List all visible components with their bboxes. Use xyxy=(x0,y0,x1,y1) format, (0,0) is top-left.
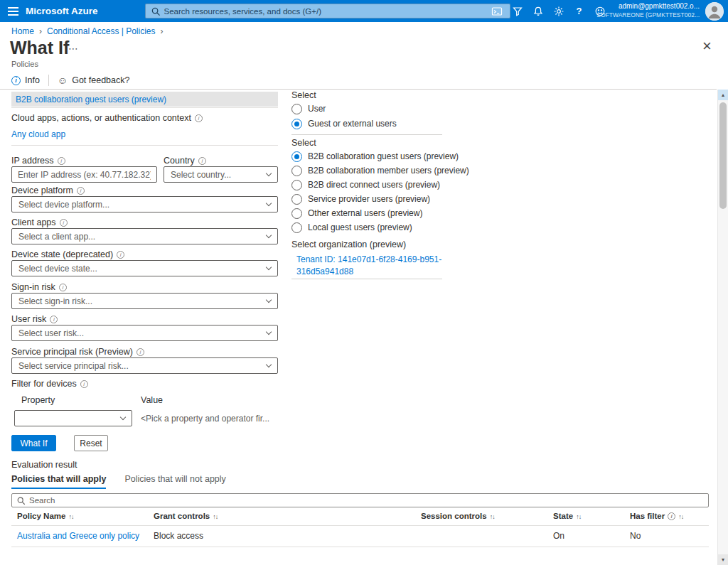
help-icon[interactable]: ? xyxy=(569,0,589,22)
search-icon xyxy=(16,496,26,506)
info-icon xyxy=(59,284,67,291)
account-menu[interactable]: admin@gpmkttest002.o... SOFTWAREONE (GPM… xyxy=(596,2,700,19)
radio-b2b-collaboration-guest-users[interactable]: B2B collaboration guest users (preview) xyxy=(291,151,459,162)
country-select[interactable]: Select country... xyxy=(164,166,278,183)
page-title: What If xyxy=(10,38,69,58)
chevron-right-icon xyxy=(161,26,164,36)
info-icon xyxy=(198,157,206,165)
radio-icon xyxy=(291,208,302,219)
radio-other-external-users[interactable]: Other external users (preview) xyxy=(291,208,422,219)
results-search[interactable] xyxy=(11,493,709,507)
chevron-down-icon xyxy=(266,264,272,270)
settings-gear-icon[interactable] xyxy=(548,0,569,22)
select-organization-label: Select organization (preview) xyxy=(291,240,406,249)
sort-icon xyxy=(490,512,495,520)
info-icon xyxy=(195,114,203,122)
user-risk-select[interactable]: Select user risk... xyxy=(11,325,278,341)
client-apps-select[interactable]: Select a client app... xyxy=(11,228,278,244)
select-group1-label: Select xyxy=(291,90,316,100)
device-state-select[interactable]: Select device state... xyxy=(11,260,278,276)
search-icon xyxy=(151,6,161,17)
chevron-down-icon xyxy=(266,329,272,335)
vertical-scrollbar[interactable] xyxy=(717,90,728,565)
smiley-icon xyxy=(58,75,68,85)
info-icon xyxy=(668,512,675,520)
divider xyxy=(48,75,49,86)
property-column-label: Property xyxy=(21,395,55,405)
radio-icon xyxy=(291,180,302,190)
info-icon xyxy=(80,380,88,388)
selected-user-item[interactable]: B2B collaboration guest users (preview) xyxy=(11,92,278,107)
policy-name-link[interactable]: Australia and Greece only policy xyxy=(17,531,139,541)
info-button[interactable]: Info xyxy=(11,75,40,85)
any-cloud-app-link[interactable]: Any cloud app xyxy=(11,129,65,139)
device-platform-select[interactable]: Select device platform... xyxy=(11,196,278,212)
feedback-label: Got feedback? xyxy=(72,75,129,85)
cloud-shell-icon[interactable] xyxy=(486,0,507,22)
column-session-controls[interactable]: Session controls xyxy=(421,512,495,520)
sort-icon xyxy=(213,512,218,520)
radio-b2b-direct-connect-users[interactable]: B2B direct connect users (preview) xyxy=(291,179,440,190)
chevron-right-icon xyxy=(39,26,42,36)
column-grant-controls[interactable]: Grant controls xyxy=(154,512,218,520)
reset-button[interactable]: Reset xyxy=(74,435,108,451)
select-group2-label: Select xyxy=(291,138,316,148)
signin-risk-label: Sign-in risk xyxy=(11,282,67,292)
has-filter-cell: No xyxy=(630,531,641,541)
sort-icon xyxy=(68,512,73,520)
value-placeholder-text: <Pick a property and operator fir... xyxy=(141,414,269,424)
radio-user[interactable]: User xyxy=(291,103,326,114)
what-if-button[interactable]: What If xyxy=(11,435,56,451)
divider xyxy=(11,145,278,146)
info-icon xyxy=(58,157,65,165)
property-select[interactable] xyxy=(14,410,132,426)
client-apps-label: Client apps xyxy=(11,217,68,227)
global-search-input[interactable] xyxy=(164,4,510,18)
ip-address-input[interactable] xyxy=(11,166,157,183)
tenant-id-link[interactable]: Tenant ID: 141e07d1-6f28-4169-b951-316d5… xyxy=(296,254,446,278)
avatar[interactable] xyxy=(705,2,724,21)
got-feedback-button[interactable]: Got feedback? xyxy=(58,75,130,85)
info-icon xyxy=(60,219,68,227)
divider xyxy=(11,107,278,108)
hamburger-menu-icon[interactable] xyxy=(0,0,26,22)
chevron-down-icon xyxy=(266,232,272,238)
radio-icon xyxy=(291,222,302,233)
radio-guest-or-external-users[interactable]: Guest or external users xyxy=(291,118,397,129)
info-icon xyxy=(117,251,124,259)
divider xyxy=(291,279,442,279)
state-cell: On xyxy=(553,531,564,541)
column-state[interactable]: State xyxy=(553,512,581,520)
notifications-bell-icon[interactable] xyxy=(528,0,548,22)
column-policy-name[interactable]: Policy Name xyxy=(17,512,73,520)
info-icon xyxy=(77,187,85,195)
info-label: Info xyxy=(25,75,40,85)
column-has-filter[interactable]: Has filter xyxy=(630,512,683,520)
breadcrumb: Home Conditional Access | Policies xyxy=(11,26,164,36)
close-icon[interactable] xyxy=(702,40,712,53)
scroll-up-arrow[interactable] xyxy=(718,90,728,100)
tab-policies-that-will-not-apply[interactable]: Policies that will not apply xyxy=(124,474,225,489)
global-search[interactable] xyxy=(145,4,510,18)
service-principal-risk-select[interactable]: Select service principal risk... xyxy=(11,357,278,374)
radio-b2b-collaboration-member-users[interactable]: B2B collaboration member users (preview) xyxy=(291,165,469,176)
scrollbar-thumb[interactable] xyxy=(719,102,727,209)
grant-controls-cell: Block access xyxy=(154,531,203,541)
sort-icon xyxy=(576,512,581,520)
scroll-down-arrow[interactable] xyxy=(718,554,728,565)
radio-local-guest-users[interactable]: Local guest users (preview) xyxy=(291,222,412,233)
breadcrumb-home[interactable]: Home xyxy=(11,26,34,36)
results-search-input[interactable] xyxy=(29,496,708,505)
signin-risk-select[interactable]: Select sign-in risk... xyxy=(11,293,278,309)
brand-microsoft-azure[interactable]: Microsoft Azure xyxy=(26,6,98,16)
tab-policies-that-will-apply[interactable]: Policies that will apply xyxy=(11,474,106,489)
radio-checked-icon xyxy=(291,119,302,129)
radio-service-provider-users[interactable]: Service provider users (preview) xyxy=(291,193,430,205)
radio-icon xyxy=(291,166,302,176)
directory-filter-icon[interactable] xyxy=(507,0,528,22)
chevron-down-icon xyxy=(266,200,272,206)
breadcrumb-conditional-access-policies[interactable]: Conditional Access | Policies xyxy=(47,26,156,36)
divider xyxy=(0,89,717,90)
more-actions-icon[interactable] xyxy=(68,43,79,54)
user-risk-label: User risk xyxy=(11,314,58,324)
